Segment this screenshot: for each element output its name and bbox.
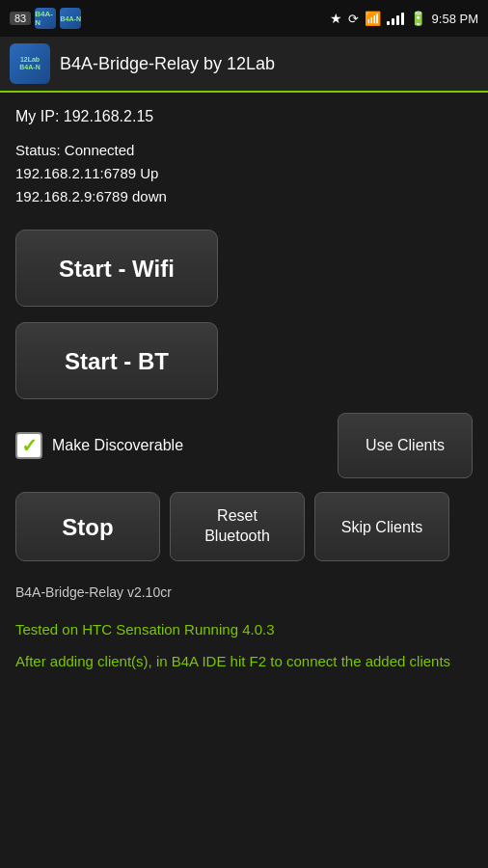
reset-bluetooth-button[interactable]: Reset Bluetooth xyxy=(170,492,305,561)
status-bar: 83 B4A-N B4A-N ★ ⟳ 📶 🔋 9:58 PM xyxy=(0,0,488,37)
app-header-title: B4A-Bridge-Relay by 12Lab xyxy=(60,54,275,74)
ip-address: My IP: 192.168.2.15 xyxy=(15,108,473,125)
signal-bars xyxy=(387,12,404,25)
status-time: 9:58 PM xyxy=(432,12,478,26)
discoverable-left: Make Discoverable xyxy=(15,432,183,459)
app-header: 12LabB4A-N B4A-Bridge-Relay by 12Lab xyxy=(0,37,488,93)
sync-icon: ⟳ xyxy=(348,12,359,26)
bottom-buttons-row: Stop Reset Bluetooth Skip Clients xyxy=(15,492,473,561)
use-clients-button[interactable]: Use Clients xyxy=(338,413,473,478)
status-line-1: Status: Connected xyxy=(15,139,473,162)
skip-clients-button[interactable]: Skip Clients xyxy=(314,492,449,561)
status-line-3: 192.168.2.9:6789 down xyxy=(15,185,473,208)
start-wifi-button[interactable]: Start - Wifi xyxy=(15,230,218,307)
status-bar-right: ★ ⟳ 📶 🔋 9:58 PM xyxy=(330,11,478,26)
green-info-text-1: Tested on HTC Sensation Running 4.0.3 xyxy=(15,619,473,641)
stop-button[interactable]: Stop xyxy=(15,492,160,561)
make-discoverable-checkbox[interactable] xyxy=(15,432,42,459)
make-discoverable-label: Make Discoverable xyxy=(52,437,183,454)
status-line-2: 192.168.2.11:6789 Up xyxy=(15,162,473,185)
status-block: Status: Connected 192.168.2.11:6789 Up 1… xyxy=(15,139,473,208)
status-bar-left: 83 B4A-N B4A-N xyxy=(10,8,81,29)
battery-icon: 🔋 xyxy=(410,11,426,26)
bluetooth-icon: ★ xyxy=(330,11,342,26)
notification-count: 83 xyxy=(10,12,31,25)
wifi-icon: 📶 xyxy=(365,11,381,26)
start-bt-button[interactable]: Start - BT xyxy=(15,322,218,399)
app-icon-small: B4A-N xyxy=(35,8,56,29)
app-icon-small-2: B4A-N xyxy=(60,8,81,29)
app-header-icon: 12LabB4A-N xyxy=(10,43,50,84)
main-content: My IP: 192.168.2.15 Status: Connected 19… xyxy=(0,93,488,697)
version-text: B4A-Bridge-Relay v2.10cr xyxy=(15,584,473,600)
discoverable-row: Make Discoverable Use Clients xyxy=(15,413,473,478)
green-info-text-2: After adding client(s), in B4A IDE hit F… xyxy=(15,651,473,673)
